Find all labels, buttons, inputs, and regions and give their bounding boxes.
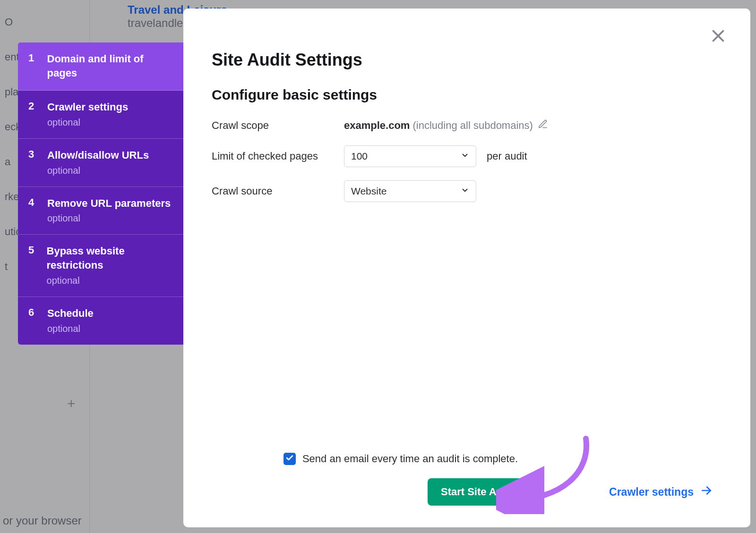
modal-title: Site Audit Settings — [212, 50, 713, 70]
wizard-step-title: Domain and limit of pages — [47, 52, 173, 80]
crawl-scope-hint: (including all subdomains) — [413, 119, 533, 131]
crawl-source-row: Crawl source Website — [212, 180, 713, 202]
limit-pages-row: Limit of checked pages 100 per audit — [212, 145, 713, 167]
wizard-step-title: Allow/disallow URLs — [47, 148, 149, 162]
wizard-step-nav: 1 Domain and limit of pages 2 Crawler se… — [18, 42, 183, 345]
wizard-step-optional: optional — [47, 213, 171, 224]
chevron-down-icon — [461, 186, 469, 197]
wizard-step-2[interactable]: 2 Crawler settings optional — [18, 91, 183, 139]
wizard-step-number: 5 — [28, 244, 36, 256]
wizard-step-number: 1 — [28, 52, 37, 64]
wizard-step-title: Remove URL parameters — [47, 196, 171, 211]
limit-pages-suffix: per audit — [487, 150, 527, 162]
pencil-icon — [538, 119, 548, 132]
site-audit-settings-modal: Site Audit Settings Configure basic sett… — [183, 8, 750, 527]
wizard-step-number: 4 — [28, 196, 37, 209]
crawler-settings-link[interactable]: Crawler settings — [609, 484, 713, 499]
wizard-step-title: Schedule — [47, 306, 94, 321]
wizard-step-number: 3 — [28, 148, 37, 161]
modal-subtitle: Configure basic settings — [212, 87, 713, 103]
wizard-step-3[interactable]: 3 Allow/disallow URLs optional — [18, 139, 183, 187]
wizard-step-optional: optional — [47, 165, 149, 176]
crawl-source-select[interactable]: Website — [344, 180, 476, 202]
close-button[interactable] — [710, 27, 727, 44]
wizard-step-1[interactable]: 1 Domain and limit of pages — [18, 42, 183, 91]
close-icon — [710, 38, 727, 46]
wizard-step-4[interactable]: 4 Remove URL parameters optional — [18, 187, 183, 235]
email-notification-checkbox[interactable] — [284, 453, 296, 465]
check-icon — [285, 453, 294, 465]
email-notification-row: Send an email every time an audit is com… — [212, 453, 713, 465]
wizard-step-number: 6 — [28, 306, 37, 319]
limit-pages-value: 100 — [351, 151, 368, 162]
crawler-settings-link-label: Crawler settings — [609, 486, 694, 499]
wizard-step-title: Crawler settings — [47, 100, 128, 114]
crawl-scope-domain: example.com — [344, 119, 410, 131]
wizard-step-5[interactable]: 5 Bypass website restrictions optional — [18, 235, 183, 296]
crawl-scope-value: example.com (including all subdomains) — [344, 119, 533, 132]
crawl-scope-label: Crawl scope — [212, 119, 344, 132]
crawl-source-label: Crawl source — [212, 185, 344, 197]
email-notification-label: Send an email every time an audit is com… — [302, 453, 518, 465]
start-site-audit-button[interactable]: Start Site Audit — [428, 478, 529, 506]
wizard-step-optional: optional — [47, 275, 173, 286]
arrow-right-icon — [700, 484, 713, 499]
wizard-step-optional: optional — [47, 117, 128, 128]
wizard-step-number: 2 — [28, 100, 37, 112]
crawl-source-value: Website — [351, 186, 387, 197]
limit-pages-select[interactable]: 100 — [344, 145, 476, 167]
chevron-down-icon — [461, 151, 469, 162]
wizard-step-title: Bypass website restrictions — [47, 244, 173, 272]
edit-scope-button[interactable] — [538, 119, 548, 132]
wizard-step-6[interactable]: 6 Schedule optional — [18, 297, 183, 345]
crawl-scope-row: Crawl scope example.com (including all s… — [212, 119, 713, 132]
limit-pages-label: Limit of checked pages — [212, 150, 344, 162]
wizard-step-optional: optional — [47, 323, 94, 334]
modal-footer: Send an email every time an audit is com… — [212, 453, 713, 506]
